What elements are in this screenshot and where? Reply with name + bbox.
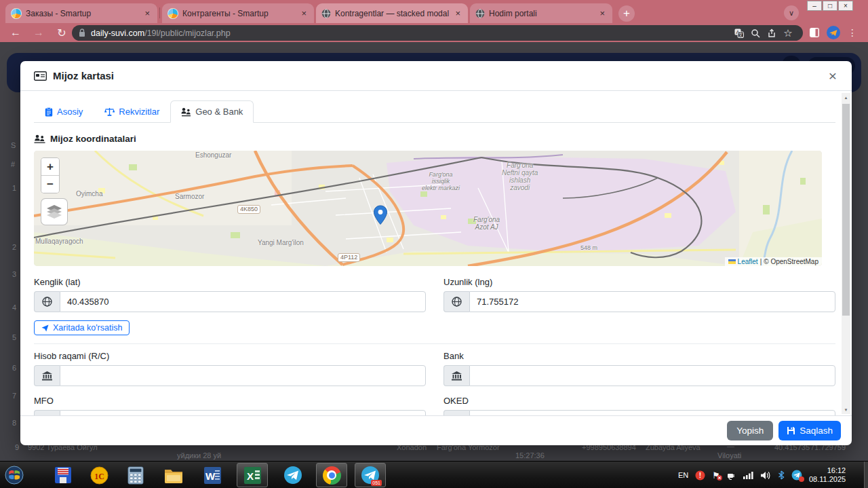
scroll-down-arrow[interactable]: ▼ (842, 405, 850, 414)
map-label: Eshonguzar (195, 151, 231, 159)
telegram-tray-icon[interactable] (791, 470, 802, 481)
translate-icon[interactable]: A文 (731, 26, 747, 40)
oked-input[interactable] (469, 410, 835, 415)
address-bar[interactable]: daily-suvi.com/19l/public/mijozlar.php A… (72, 25, 803, 41)
leaflet-map[interactable]: Eshonguzar Oyimcha Sarmozor Yangi Marg'i… (34, 151, 822, 266)
id-card-icon (34, 71, 47, 81)
bank-icon (34, 365, 60, 386)
tab-close-icon[interactable]: × (597, 8, 607, 18)
saqlash-button[interactable]: Saqlash (778, 421, 841, 440)
notification-alert-icon[interactable]: ! (695, 470, 705, 481)
word-icon[interactable]: W (202, 465, 222, 485)
clock-time: 16:12 (809, 466, 846, 475)
tab-close-icon[interactable]: × (142, 8, 152, 18)
modal-scrollbar[interactable]: ▲ ▼ (842, 93, 850, 414)
map-zoom-control: + − (41, 157, 60, 193)
lng-input-group (443, 291, 835, 312)
forward-icon[interactable]: → (30, 24, 47, 41)
reload-icon[interactable]: ↻ (53, 24, 71, 41)
menu-icon[interactable]: ⋮ (846, 25, 859, 40)
bluetooth-icon[interactable] (778, 470, 785, 480)
map-label: Farg'ona Neftni qayta ishlash zavodi (502, 162, 538, 191)
browser-tab-hodim-portali[interactable]: Hodim portali × (470, 3, 612, 23)
start-button[interactable] (4, 465, 24, 485)
screen: Заказы - Smartup × Контрагенты - Smartup… (0, 0, 868, 488)
search-zoom-icon[interactable] (747, 26, 764, 40)
window-restore-button[interactable]: □ (823, 1, 837, 11)
map-label: Mullaqayragoch (35, 238, 83, 245)
051-badge: 051 (371, 480, 382, 486)
mfo-input-group (34, 410, 426, 415)
map-layers-control[interactable] (41, 198, 68, 225)
bookmark-star-icon[interactable]: ☆ (780, 26, 796, 40)
bank-input[interactable] (469, 365, 835, 386)
modal-title: Mijoz kartasi (53, 70, 114, 81)
map-marker-pin[interactable] (372, 205, 389, 225)
tab-title: Kontragentlar — stacked modal ( (335, 9, 449, 18)
new-tab-button[interactable]: + (618, 5, 635, 22)
account-input[interactable] (60, 365, 426, 386)
volume-icon[interactable] (761, 471, 771, 480)
leaflet-link[interactable]: Leaflet (738, 258, 758, 265)
file-explorer-icon[interactable] (163, 465, 184, 485)
oked-input-group (443, 410, 835, 415)
tab-label: Geo & Bank (195, 107, 243, 117)
balance-scale-icon (104, 107, 115, 117)
tab-rekvizitlar[interactable]: Rekvizitlar (94, 100, 170, 123)
window-minimize-button[interactable]: – (807, 1, 822, 11)
road-ref-badge: 4P112 (338, 253, 360, 262)
users-map-icon (34, 134, 45, 143)
bg-row-number: 2 (12, 243, 16, 251)
account-field-group: Hisob raqami (R/C) (34, 351, 426, 386)
osm-link[interactable]: © OpenStreetMap (764, 258, 818, 265)
side-panel-icon[interactable] (807, 25, 822, 40)
share-icon[interactable] (764, 26, 780, 40)
tab-close-icon[interactable]: × (299, 8, 309, 18)
section-title: Mijoz koordinatalari (34, 134, 835, 144)
network-signal-icon[interactable] (743, 471, 754, 479)
floppy-app-icon[interactable] (53, 465, 73, 485)
modal-close-icon[interactable]: × (825, 67, 841, 86)
excel-taskbar-button[interactable]: X (237, 463, 268, 487)
telegram-icon[interactable] (283, 465, 303, 485)
bank-icon (443, 410, 469, 415)
map-attribution: Leaflet | © OpenStreetMap (725, 257, 822, 266)
system-tray: EN ! ⚑ 1 (678, 462, 846, 488)
lat-input[interactable] (60, 291, 426, 312)
map-label: Yangi Marg'ilon (258, 239, 304, 246)
window-close-button[interactable]: × (838, 1, 853, 11)
show-desktop-button[interactable] (864, 462, 868, 488)
1c-app-icon[interactable]: 1С (89, 465, 109, 485)
telegram-051-taskbar-button[interactable]: 051 (355, 463, 386, 487)
show-on-map-label: Xaritada ko'rsatish (53, 323, 122, 333)
scrollbar-thumb[interactable] (842, 104, 850, 316)
profile-avatar[interactable] (826, 25, 841, 40)
lng-input[interactable] (469, 291, 835, 312)
browser-tab-kontragenty[interactable]: Контрагенты - Smartup × (162, 3, 314, 23)
bg-col-header: # (11, 160, 15, 168)
zoom-in-button[interactable]: + (41, 158, 59, 176)
chrome-taskbar-button[interactable] (316, 463, 347, 487)
action-center-flag-icon[interactable]: ⚑ (712, 470, 720, 481)
yopish-button[interactable]: Yopish (727, 421, 773, 440)
taskbar-clock[interactable]: 16:12 08.11.2025 (809, 466, 846, 484)
scroll-up-arrow[interactable]: ▲ (842, 93, 850, 102)
tab-geo-bank[interactable]: Geo & Bank (170, 100, 254, 123)
tab-search-chevron-icon[interactable]: ∨ (784, 5, 799, 20)
back-icon[interactable]: ← (7, 24, 24, 41)
tab-asosiy[interactable]: Asosiy (34, 100, 94, 123)
section-title-text: Mijoz koordinatalari (50, 134, 136, 144)
calculator-icon[interactable] (125, 465, 146, 485)
tab-close-icon[interactable]: × (453, 8, 462, 18)
show-on-map-button[interactable]: Xaritada ko'rsatish (34, 320, 130, 335)
mfo-input[interactable] (60, 410, 426, 415)
browser-tab-kontragentlar-active[interactable]: Kontragentlar — stacked modal ( × (316, 3, 468, 23)
bg-row-number: 8 (12, 419, 16, 427)
language-indicator[interactable]: EN (678, 471, 688, 479)
power-plug-icon[interactable] (727, 471, 736, 480)
lat-field-group: Kenglik (lat) (34, 277, 426, 312)
bank-input-group (443, 365, 835, 386)
bank-row-2: MFO OKED (34, 396, 835, 415)
zoom-out-button[interactable]: − (41, 176, 59, 193)
browser-tab-zakazy[interactable]: Заказы - Smartup × (5, 3, 157, 23)
